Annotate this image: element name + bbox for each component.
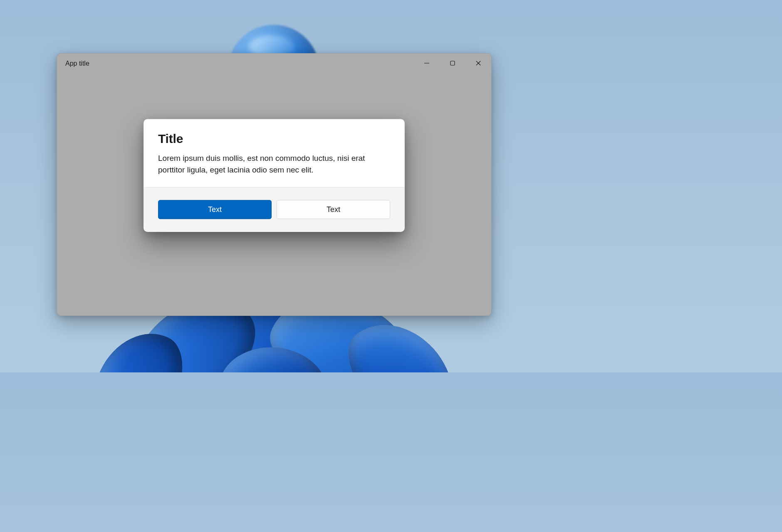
app-title: App title xyxy=(65,60,89,67)
dialog-secondary-button[interactable]: Text xyxy=(277,200,390,219)
minimize-icon xyxy=(424,60,430,67)
dialog-body-text: Lorem ipsum duis mollis, est non commodo… xyxy=(158,153,390,175)
maximize-icon xyxy=(450,60,455,67)
titlebar[interactable]: App title xyxy=(57,54,491,74)
minimize-button[interactable] xyxy=(414,54,440,74)
close-button[interactable] xyxy=(465,54,491,74)
maximize-button[interactable] xyxy=(440,54,465,74)
window-controls xyxy=(414,54,491,74)
app-window: App title Title Lorem ipsum duis moll xyxy=(57,53,492,316)
close-icon xyxy=(475,60,481,67)
dialog-primary-button[interactable]: Text xyxy=(158,200,272,219)
svg-rect-1 xyxy=(450,61,455,65)
content-dialog: Title Lorem ipsum duis mollis, est non c… xyxy=(144,119,405,232)
dialog-title: Title xyxy=(158,132,390,146)
dialog-actions: Text Text xyxy=(144,187,404,232)
dialog-content: Title Lorem ipsum duis mollis, est non c… xyxy=(144,119,404,187)
